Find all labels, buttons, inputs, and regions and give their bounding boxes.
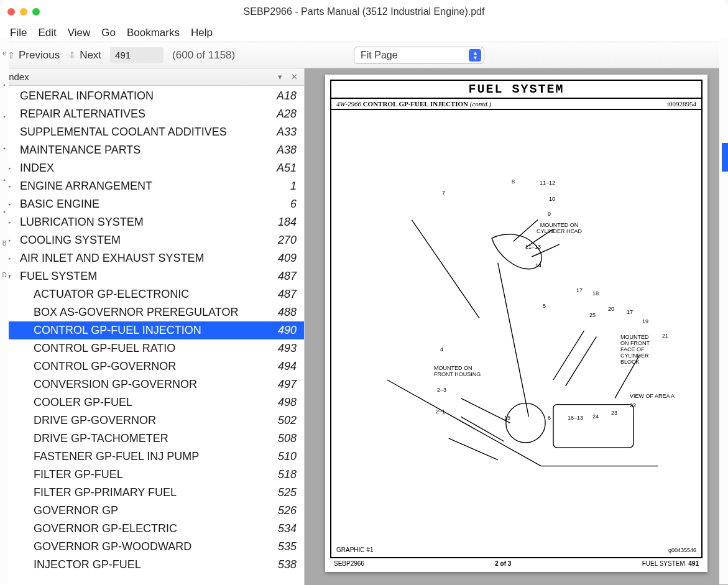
index-item-page: 6	[268, 198, 297, 211]
index-item-label: CONVERSION GP-GOVERNOR	[15, 378, 268, 391]
toolbar: ⇧ Previous ⇩ Next (600 of 1158) Fit Page…	[0, 42, 728, 68]
index-item[interactable]: INJECTOR GP-FUEL538	[0, 556, 304, 574]
index-item-page: 488	[268, 306, 297, 319]
sidebar-header[interactable]: Index ▾✕	[0, 68, 304, 86]
menu-help[interactable]: Help	[191, 27, 213, 39]
dropdown-icon[interactable]: ▾	[278, 72, 282, 81]
menu-file[interactable]: File	[10, 27, 27, 39]
index-item-label: FILTER GP-PRIMARY FUEL	[15, 486, 268, 499]
menu-go[interactable]: Go	[101, 27, 116, 39]
index-item-page: 526	[268, 504, 297, 517]
index-item-page: 538	[268, 558, 297, 571]
index-item-page: 518	[268, 468, 297, 481]
svg-line-8	[449, 438, 498, 460]
index-item[interactable]: GOVERNOR GP-WOODWARD535	[0, 538, 304, 556]
index-item[interactable]: GOVERNOR GP526	[0, 502, 304, 520]
index-item[interactable]: ▸LUBRICATION SYSTEM184	[0, 213, 304, 231]
index-item-label: CONTROL GP-FUEL RATIO	[15, 342, 268, 355]
page-body: 7 8 11–12 10 9 MOUNTED ON CYLINDER HEAD …	[331, 110, 701, 557]
index-item-label: INDEX	[15, 162, 268, 175]
index-item[interactable]: ▸AIR INLET AND EXHAUST SYSTEM409	[0, 249, 304, 267]
index-item[interactable]: DRIVE GP-GOVERNOR502	[0, 412, 304, 430]
svg-line-13	[566, 337, 597, 386]
index-item-page: 502	[268, 414, 297, 427]
index-item-page: 487	[268, 270, 297, 283]
index-item[interactable]: DRIVE GP-TACHOMETER508	[0, 430, 304, 448]
index-item[interactable]: CONVERSION GP-GOVERNOR497	[0, 375, 304, 394]
index-item[interactable]: ▸BASIC ENGINE6	[0, 195, 304, 213]
index-item-page: 525	[268, 486, 297, 499]
exploded-diagram: 7 8 11–12 10 9 MOUNTED ON CYLINDER HEAD …	[369, 178, 676, 520]
window-title: SEBP2966 - Parts Manual (3512 Industrial…	[40, 6, 688, 17]
menu-view[interactable]: View	[68, 27, 91, 39]
index-item-page: 510	[268, 450, 297, 463]
index-item-page: 508	[268, 432, 297, 445]
left-window-strip: e▪▪▪▪▪BD	[0, 37, 9, 584]
index-item[interactable]: CONTROL GP-FUEL RATIO493	[0, 339, 304, 357]
index-item-label: FUEL SYSTEM	[15, 270, 268, 283]
index-item-label: DRIVE GP-TACHOMETER	[15, 432, 268, 445]
index-item-page: 534	[268, 522, 297, 535]
index-item[interactable]: BOX AS-GOVERNOR PREREGULATOR488	[0, 303, 304, 321]
index-item[interactable]: SUPPLEMENTAL COOLANT ADDITIVESA33	[0, 123, 304, 141]
index-item[interactable]: FILTER GP-PRIMARY FUEL525	[0, 484, 304, 502]
svg-line-1	[387, 380, 541, 466]
menu-edit[interactable]: Edit	[38, 27, 56, 39]
index-item[interactable]: ▸INDEXA51	[0, 159, 304, 177]
index-item-page: 184	[268, 216, 297, 229]
maximize-icon[interactable]	[32, 8, 40, 16]
index-item[interactable]: REPAIR ALTERNATIVESA28	[0, 105, 304, 123]
next-button[interactable]: ⇩ Next	[68, 49, 101, 62]
index-item[interactable]: FASTENER GP-FUEL INJ PUMP510	[0, 448, 304, 466]
index-item-label: BASIC ENGINE	[15, 198, 268, 211]
menu-bar[interactable]: File Edit View Go Bookmarks Help	[0, 24, 728, 42]
index-item[interactable]: GOVERNOR GP-ELECTRIC534	[0, 520, 304, 538]
close-panel-icon[interactable]: ✕	[291, 72, 298, 81]
index-item-page: A28	[268, 108, 297, 121]
previous-button[interactable]: ⇧ Previous	[7, 49, 60, 62]
index-item-page: 493	[268, 342, 297, 355]
index-item-label: CONTROL GP-GOVERNOR	[15, 360, 268, 373]
index-item-label: COOLING SYSTEM	[15, 234, 268, 247]
pdf-page: FUEL SYSTEM 4W-2966 CONTROL GP-FUEL INJE…	[325, 75, 707, 572]
index-item-page: 409	[268, 252, 297, 265]
arrow-down-icon: ⇩	[68, 50, 76, 60]
index-item-label: GOVERNOR GP-ELECTRIC	[15, 522, 268, 535]
index-tree[interactable]: GENERAL INFORMATIONA18REPAIR ALTERNATIVE…	[0, 86, 304, 575]
index-item-label: GENERAL INFORMATION	[15, 90, 268, 103]
svg-line-0	[412, 220, 479, 318]
window-controls[interactable]	[7, 8, 40, 16]
index-item-page: A38	[268, 144, 297, 157]
index-item[interactable]: CONTROL GP-FUEL INJECTION490	[0, 321, 304, 339]
minimize-icon[interactable]	[20, 8, 27, 16]
index-item-label: LUBRICATION SYSTEM	[15, 216, 268, 229]
menu-bookmarks[interactable]: Bookmarks	[127, 27, 180, 39]
index-item-page: 270	[268, 234, 297, 247]
index-item[interactable]: GENERAL INFORMATIONA18	[0, 87, 304, 105]
index-item[interactable]: COOLER GP-FUEL498	[0, 394, 304, 412]
page-total-label: (600 of 1158)	[172, 49, 235, 62]
index-item-page: 494	[268, 360, 297, 373]
index-item-label: ENGINE ARRANGEMENT	[15, 180, 268, 193]
window-titlebar: SEBP2966 - Parts Manual (3512 Industrial…	[0, 0, 728, 24]
index-item[interactable]: MAINTENANCE PARTSA38	[0, 141, 304, 159]
index-item[interactable]: ▾FUEL SYSTEM487	[0, 267, 304, 285]
index-item[interactable]: CONTROL GP-GOVERNOR494	[0, 357, 304, 375]
close-icon[interactable]	[7, 8, 15, 16]
page-section-title: FUEL SYSTEM	[331, 81, 701, 99]
index-item-label: ACTUATOR GP-ELECTRONIC	[15, 288, 268, 301]
index-item-label: AIR INLET AND EXHAUST SYSTEM	[15, 252, 268, 265]
svg-line-7	[461, 417, 504, 441]
svg-point-4	[506, 403, 545, 443]
index-item-page: A51	[268, 162, 297, 175]
right-blue-tab	[722, 143, 728, 172]
index-item[interactable]: ACTUATOR GP-ELECTRONIC487	[0, 285, 304, 303]
index-item[interactable]: ▸COOLING SYSTEM270	[0, 231, 304, 249]
pdf-viewer[interactable]: FUEL SYSTEM 4W-2966 CONTROL GP-FUEL INJE…	[305, 68, 728, 585]
index-item[interactable]: ▸ENGINE ARRANGEMENT1	[0, 177, 304, 195]
index-item-label: SUPPLEMENTAL COOLANT ADDITIVES	[15, 126, 268, 139]
zoom-select[interactable]: Fit Page ▴▾	[354, 47, 484, 64]
page-number-input[interactable]	[110, 47, 164, 63]
index-item[interactable]: FILTER GP-FUEL518	[0, 466, 304, 484]
index-item-label: COOLER GP-FUEL	[15, 396, 268, 409]
